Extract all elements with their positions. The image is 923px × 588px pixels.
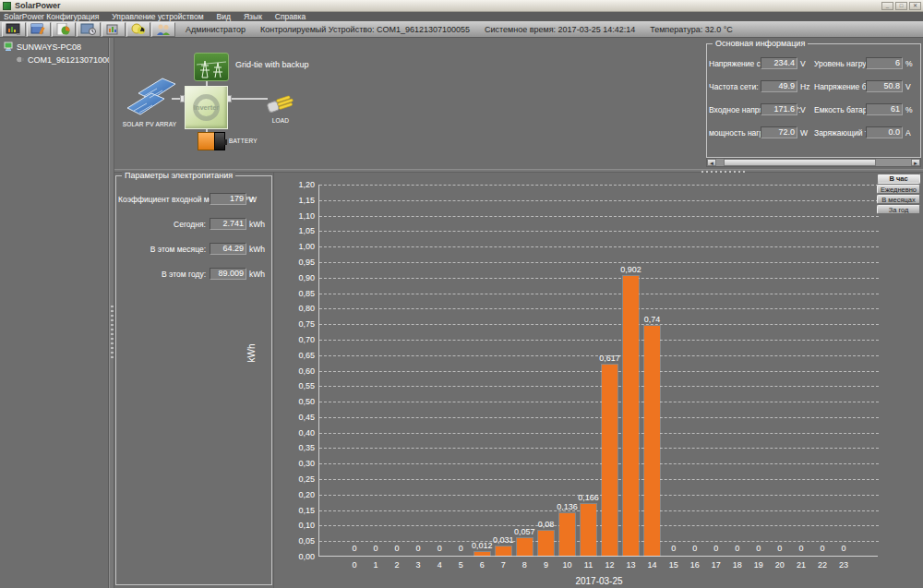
users-toolbar-button[interactable]	[151, 22, 175, 37]
x-tick-label: 0	[343, 560, 366, 570]
scroll-left-arrow[interactable]: ◄	[707, 159, 716, 166]
energy-month-value: 64.29	[210, 243, 246, 255]
x-tick-label: 14	[641, 560, 664, 570]
menu-item-0[interactable]: SolarPower Конфигурация	[4, 12, 99, 21]
grid-voltage-value: 234.4	[761, 57, 797, 69]
info-panel-scrollbar[interactable]: ◄ ►	[706, 158, 921, 167]
y-tick-label: 0,55	[278, 381, 315, 390]
y-tick-label: 0,25	[278, 474, 315, 484]
energy-today-field: Сегодня:2.741kWh	[118, 218, 270, 230]
pv-input-power-unit: W	[249, 195, 257, 204]
pv-input-power-field: Коэффициент входной мощности PV:179W	[118, 193, 270, 205]
load-power-label: мощность нагрузки:	[709, 128, 757, 138]
load-icon	[266, 92, 295, 116]
gridline	[319, 262, 879, 263]
bar-value-label: 0,166	[571, 493, 605, 502]
line-inverter-load	[226, 98, 268, 100]
scrollbar-thumb[interactable]	[724, 159, 876, 166]
x-tick-label: 16	[684, 560, 706, 570]
solar-pv-array-icon	[126, 77, 177, 119]
x-tick-label: 15	[663, 560, 685, 570]
y-tick-label: 0,45	[278, 413, 315, 422]
x-tick-label: 12	[599, 560, 621, 570]
x-tick-label: 13	[620, 560, 642, 570]
computer-icon	[4, 42, 14, 54]
energy-year-value: 89.009	[210, 268, 246, 280]
snapshot-toolbar-button[interactable]	[77, 22, 101, 37]
report-pie-icon	[55, 23, 72, 35]
y-tick-label: 1,10	[278, 211, 315, 221]
gridline	[319, 386, 879, 387]
bar-value-label: 0	[827, 544, 860, 553]
charging-current-value: 0.0	[866, 126, 903, 138]
x-tick-label: 6	[471, 560, 493, 570]
menu-item-2[interactable]: Вид	[217, 12, 231, 21]
gridline	[319, 278, 879, 279]
view-button-daily[interactable]: Ежедневно	[877, 185, 920, 194]
pv-input-power-label: Коэффициент входной мощности PV:	[118, 195, 206, 204]
gridline	[319, 448, 879, 449]
menu-bar: SolarPower КонфигурацияУправление устрой…	[0, 12, 923, 21]
grid-frequency-value: 49.9	[761, 80, 797, 92]
gridline	[319, 479, 879, 480]
y-tick-label: 0,85	[278, 289, 315, 298]
tree-item-host[interactable]: SUNWAYS-PC08	[0, 41, 108, 54]
window-title: SolarPower	[15, 1, 61, 10]
battery-capacity-value: 61	[866, 103, 903, 115]
data-log-toolbar-button[interactable]	[102, 22, 126, 37]
scroll-right-arrow[interactable]: ►	[911, 159, 920, 166]
menu-item-3[interactable]: Язык	[244, 12, 262, 21]
title-bar: SolarPower _ □ ✕	[0, 0, 923, 12]
close-button[interactable]: ✕	[909, 2, 921, 10]
x-tick-label: 5	[450, 560, 472, 570]
energy-month-label: В этом месяце:	[118, 245, 206, 254]
alarm-toolbar-button[interactable]	[126, 22, 150, 37]
gridline	[319, 246, 879, 247]
status-segment-3: Температура: 32.0 °C	[650, 25, 733, 34]
gridline	[319, 216, 879, 217]
x-tick-label: 4	[428, 560, 450, 570]
y-tick-label: 0,30	[278, 459, 315, 468]
report-pie-toolbar-button[interactable]	[52, 22, 76, 37]
pv-input-voltage-label: Входное напряжение PV:	[709, 105, 757, 114]
menu-item-1[interactable]: Управление устройством	[112, 12, 203, 21]
view-button-monthly[interactable]: В месяцах	[877, 195, 920, 204]
chart-bar	[538, 531, 554, 556]
y-tick-label: 0,65	[278, 351, 315, 360]
chart-plot-area: 2017-03-25 0,000,050,100,150,200,250,300…	[318, 185, 878, 557]
maximize-button[interactable]: □	[895, 2, 907, 10]
view-button-hourly[interactable]: В час	[877, 174, 920, 184]
device-icon	[15, 54, 25, 66]
alarm-icon	[130, 23, 147, 35]
battery-capacity-field: Емкость батареи:61%	[814, 103, 917, 115]
gridline	[319, 371, 879, 372]
power-parameters-title: Параметры электропитания	[122, 171, 235, 180]
load-power-field: мощность нагрузки:72.0W	[709, 126, 812, 138]
y-tick-label: 0,05	[278, 536, 315, 546]
y-tick-label: 0,60	[278, 366, 315, 376]
grid-frequency-label: Частота сети:	[709, 82, 757, 91]
grid-voltage-field: Напряжение сети:234.4V	[709, 57, 812, 69]
pv-input-voltage-field: Входное напряжение PV:171.6V	[709, 103, 812, 115]
menu-item-4[interactable]: Справка	[275, 12, 306, 21]
battery-icon	[198, 132, 225, 150]
snapshot-icon	[80, 23, 97, 35]
y-tick-label: 0,15	[278, 506, 315, 515]
x-tick-label: 19	[748, 560, 770, 570]
pv-input-voltage-unit: V	[800, 105, 806, 114]
device-settings-icon	[30, 23, 47, 35]
minimize-button[interactable]: _	[881, 2, 893, 10]
device-settings-toolbar-button[interactable]	[27, 22, 51, 37]
gridline	[319, 402, 879, 402]
y-tick-label: 0,80	[278, 304, 315, 313]
monitor-chart-toolbar-button[interactable]	[2, 22, 26, 37]
gridline	[319, 340, 879, 341]
energy-year-field: В этом году:89.009kWh	[118, 268, 270, 280]
pv-input-voltage-value: 171.6	[761, 103, 797, 115]
x-tick-label: 1	[365, 560, 387, 570]
x-tick-label: 10	[556, 560, 578, 570]
load-label: LOAD	[262, 117, 299, 124]
battery-voltage-field: Напряжение батареи:50.8V	[814, 80, 917, 92]
view-button-yearly[interactable]: За год	[877, 205, 920, 214]
tree-item-device[interactable]: COM1_96121307100055	[0, 54, 108, 66]
